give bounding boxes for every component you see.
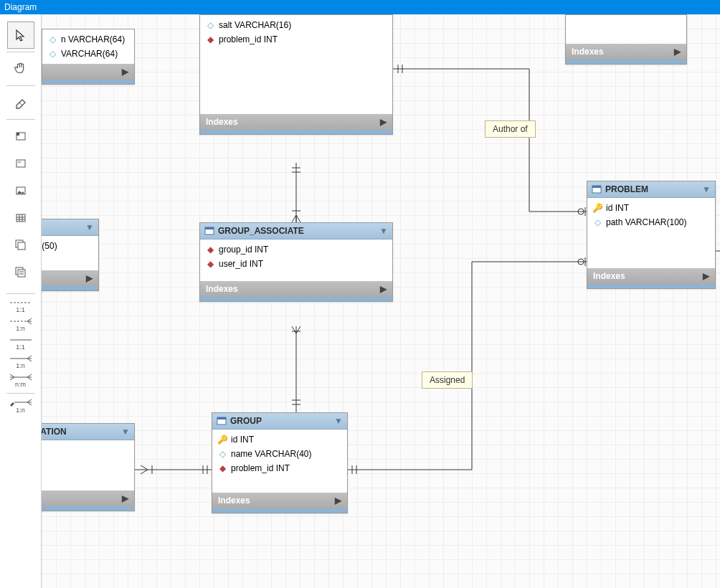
svg-rect-12 (18, 242, 25, 250)
column: ◇VARCHAR(64) (42, 47, 134, 61)
svg-rect-51 (205, 227, 214, 229)
column: .(50) (42, 239, 98, 253)
titlebar: Diagram (0, 0, 720, 14)
table-icon (592, 184, 602, 194)
svg-line-0 (19, 103, 22, 105)
tool-table[interactable] (7, 204, 34, 232)
table-icon (217, 416, 227, 426)
title-text: Diagram (4, 2, 37, 12)
expand-icon: ▶ (380, 284, 387, 294)
entity-group[interactable]: GROUP ▼ 🔑id INT ◇name VARCHAR(40) ◆probl… (212, 412, 348, 513)
entity-on-partial[interactable]: ON ▼ .(50) ▶ (42, 219, 99, 291)
entity-header[interactable]: GROUP_ASSOCIATE ▼ (200, 223, 392, 240)
expand-icon: ▶ (380, 117, 387, 127)
indexes-bar[interactable]: ▶ (42, 490, 134, 506)
table-icon (204, 226, 214, 236)
nullable-icon: ◇ (218, 449, 227, 459)
nullable-icon: ◇ (206, 20, 214, 30)
svg-rect-3 (16, 160, 25, 167)
tool-eraser[interactable] (7, 89, 34, 116)
canvas[interactable]: ◇n VARCHAR(64) ◇VARCHAR(64) ▶ ◇salt VARC… (42, 14, 720, 588)
rel-pencil-1-n[interactable]: 1:n (7, 397, 34, 415)
sep (6, 293, 35, 294)
chevron-down-icon: ▼ (379, 226, 388, 236)
pk-icon: 🔑 (218, 435, 227, 445)
toolbar: 1:1 1:n 1:1 1:n n:m 1:n (0, 14, 42, 588)
entity-group-associate[interactable]: GROUP_ASSOCIATE ▼ ◆group_id INT ◆user_id… (199, 222, 393, 302)
fk-icon: ◆ (206, 34, 214, 44)
column: ◆group_id INT (200, 242, 392, 257)
chevron-down-icon: ▼ (702, 184, 711, 194)
svg-point-32 (578, 209, 584, 214)
nullable-icon: ◇ (48, 34, 57, 44)
entity-header[interactable]: ON ▼ (42, 219, 98, 236)
svg-rect-53 (217, 417, 226, 419)
tool-script[interactable] (7, 259, 34, 286)
column: ◇path VARCHAR(100) (587, 215, 715, 229)
column: ◇salt VARCHAR(16) (200, 18, 392, 32)
column: ◆problem_id INT (212, 461, 347, 475)
main: 1:1 1:n 1:1 1:n n:m 1:n (0, 14, 720, 588)
sep (6, 85, 35, 86)
column: ◇n VARCHAR(64) (42, 32, 134, 47)
entity-header[interactable]: GROUP ▼ (212, 413, 347, 430)
fk-icon: ◆ (218, 463, 227, 473)
nullable-icon: ◇ (48, 49, 57, 59)
rel-1-1-solid[interactable]: 1:1 (7, 334, 34, 353)
chevron-down-icon: ▼ (85, 222, 94, 232)
tool-image[interactable] (7, 177, 34, 204)
column: ◆problem_id INT (200, 32, 392, 47)
svg-rect-55 (592, 186, 601, 188)
expand-icon: ▶ (674, 47, 681, 57)
tool-note[interactable] (7, 150, 34, 177)
label-author-of[interactable]: Author of (485, 120, 536, 138)
tool-layer[interactable] (7, 123, 34, 150)
entity-filiation[interactable]: FILIATION ▼ ▶ (42, 423, 135, 511)
expand-icon: ▶ (335, 495, 341, 506)
indexes-bar[interactable]: Indexes▶ (587, 268, 715, 284)
svg-rect-6 (16, 214, 25, 222)
fk-icon: ◆ (206, 245, 214, 255)
rel-n-m[interactable]: n:m (7, 371, 34, 390)
svg-point-47 (578, 259, 584, 265)
entity-problem[interactable]: PROBLEM ▼ 🔑id INT ◇path VARCHAR(100) Ind… (587, 181, 716, 289)
sep (6, 119, 35, 120)
rel-1-1-dashed[interactable]: 1:1 (7, 297, 34, 316)
column: ◆user_id INT (200, 257, 392, 271)
entity-header[interactable]: PROBLEM ▼ (587, 181, 715, 198)
entity-salt-partial[interactable]: ◇salt VARCHAR(16) ◆problem_id INT Indexe… (199, 14, 393, 135)
entity-top-right-partial[interactable]: Indexes▶ (565, 14, 687, 65)
entity-header[interactable]: FILIATION ▼ (42, 424, 134, 440)
expand-icon: ▶ (703, 271, 709, 281)
column: 🔑id INT (587, 201, 715, 215)
pk-icon: 🔑 (593, 203, 602, 213)
entity-user-partial[interactable]: ◇n VARCHAR(64) ◇VARCHAR(64) ▶ (42, 29, 135, 85)
indexes-bar[interactable]: ▶ (42, 64, 134, 80)
indexes-bar[interactable]: Indexes▶ (212, 493, 347, 508)
rel-1-n-solid[interactable]: 1:n (7, 353, 34, 371)
tool-hand[interactable] (7, 55, 34, 82)
svg-rect-2 (16, 133, 19, 136)
column: 🔑id INT (212, 432, 347, 447)
indexes-bar[interactable]: Indexes▶ (200, 114, 392, 130)
tool-pointer[interactable] (7, 22, 34, 49)
chevron-down-icon: ▼ (334, 416, 343, 426)
fk-icon: ◆ (206, 259, 214, 269)
expand-icon: ▶ (122, 67, 128, 77)
rel-1-n-dashed[interactable]: 1:n (7, 316, 34, 334)
sep (6, 52, 35, 52)
indexes-bar[interactable]: Indexes▶ (566, 44, 686, 60)
label-assigned[interactable]: Assigned (422, 371, 473, 389)
tool-routine[interactable] (7, 232, 34, 259)
chevron-down-icon: ▼ (121, 427, 130, 437)
column: ◇name VARCHAR(40) (212, 447, 347, 461)
svg-rect-14 (18, 270, 25, 277)
expand-icon: ▶ (86, 273, 93, 283)
indexes-bar[interactable]: Indexes▶ (200, 281, 392, 297)
expand-icon: ▶ (122, 493, 128, 503)
indexes-bar[interactable]: ▶ (42, 270, 98, 286)
sep (6, 393, 35, 394)
nullable-icon: ◇ (593, 217, 602, 227)
